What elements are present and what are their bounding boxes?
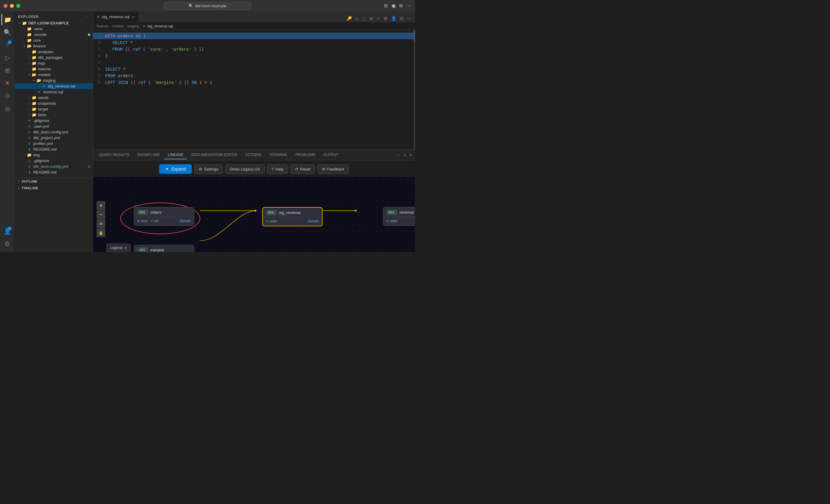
sidebar-item-revenue[interactable]: ✕ revenue.sql: [14, 89, 93, 95]
sidebar-item-root[interactable]: ▾ 📁 DBT-LOOM-EXAMPLE: [14, 20, 93, 26]
preview-icon[interactable]: △: [361, 15, 367, 22]
line-content-1: WITH orders AS (: [105, 33, 415, 39]
sidebar-item-staging[interactable]: ▾ 📂 staging: [14, 77, 93, 83]
feedback-button[interactable]: ✉ Feedback: [317, 165, 349, 174]
sidebar-item-core[interactable]: › 📁 core: [14, 37, 93, 43]
node-stg-revenue[interactable]: MDL stg_revenue ⊙ table Details: [262, 207, 323, 226]
activity-source-control[interactable]: ⑂ 2: [1, 39, 13, 51]
tab-documentation-editor[interactable]: DOCUMENTATION EDITOR: [188, 151, 241, 159]
collapse-panel-icon[interactable]: ∧: [403, 152, 407, 158]
node-orders-details[interactable]: Details: [180, 219, 191, 223]
activity-accounts[interactable]: 👤 1: [1, 226, 13, 237]
sidebar-item-snapshots[interactable]: › 📁 snapshots: [14, 101, 93, 106]
activity-settings[interactable]: ⚙: [1, 238, 13, 249]
node-margins[interactable]: SEG margins ⊙ seed Details: [134, 245, 194, 252]
sidebar-item-analyses[interactable]: › 📁 analyses: [14, 49, 93, 55]
sidebar-item-readme2[interactable]: ℹ README.md: [14, 169, 93, 175]
zoom-in-button[interactable]: +: [97, 201, 105, 210]
expand-button[interactable]: ✦ Expand: [159, 164, 191, 174]
editor-scrollbar[interactable]: [414, 30, 415, 149]
layout-icon[interactable]: ⊟: [383, 2, 388, 9]
sidebar-item-stg-revenue[interactable]: ✕ stg_revenue.sql: [14, 83, 93, 89]
sidebar-item-dbt-loom-config2[interactable]: ≡ dbt_loom.config.yml U: [14, 164, 93, 169]
help-button[interactable]: ? Help: [267, 165, 288, 174]
sidebar-item-profiles[interactable]: ≡ profiles.yml: [14, 141, 93, 146]
ext-icon: ↗: [150, 219, 153, 223]
split-editor-icon[interactable]: ⊟: [399, 15, 405, 22]
sidebar-item-logs[interactable]: › 📁 logs: [14, 60, 93, 66]
sidebar-more-icon[interactable]: ⋯: [86, 14, 89, 19]
settings-button[interactable]: ⚙ Settings: [194, 165, 223, 174]
search-icon: 🔍: [189, 4, 193, 8]
yml-file-icon: ≡: [27, 130, 32, 134]
show-legacy-ux-button[interactable]: Show Legacy UX: [225, 165, 264, 174]
activity-dbt[interactable]: ✕: [1, 77, 13, 89]
sidebar-item-target[interactable]: › 📁 target: [14, 106, 93, 112]
tab-lineage[interactable]: LINEAGE: [164, 151, 187, 159]
reset-button[interactable]: ↺ Reset: [291, 165, 315, 174]
activity-github[interactable]: ⊙: [1, 90, 13, 101]
sidebar-item-dbt-packages[interactable]: › 📁 dbt_packages: [14, 55, 93, 60]
zoom-out-button[interactable]: −: [97, 210, 105, 219]
run-file-icon[interactable]: 🔑: [346, 15, 353, 22]
node-stg-revenue-details[interactable]: Details: [308, 219, 319, 223]
activity-extensions[interactable]: ⊞: [1, 65, 13, 76]
sidebar-item-gitignore1[interactable]: ≡ .gitignore: [14, 118, 93, 124]
tab-output[interactable]: OUTPUT: [320, 151, 342, 159]
node-revenue[interactable]: MDL revenue ⊙ table Details: [383, 207, 415, 226]
global-search[interactable]: 🔍 dbt-loom-example: [164, 2, 251, 10]
zoom-lock-button[interactable]: 🔒: [97, 229, 105, 237]
breadcrumb-models[interactable]: models: [112, 24, 124, 28]
zoom-fit-button[interactable]: ⊞: [97, 220, 105, 228]
chevron-right-icon: ›: [22, 33, 27, 36]
sidebar-item-seeds[interactable]: › 📁 seeds: [14, 95, 93, 101]
sidebar-item-img[interactable]: › 📁 img: [14, 152, 93, 158]
chevron-right-icon: ›: [27, 102, 31, 105]
minimize-button[interactable]: [10, 4, 14, 8]
sidebar-item-user-yml[interactable]: ≡ .user.yml: [14, 124, 93, 129]
breadcrumb-staging[interactable]: staging: [127, 24, 139, 28]
tab-query-results[interactable]: QUERY RESULTS: [95, 151, 133, 159]
panel-icon[interactable]: ▣: [391, 2, 396, 9]
node-revenue-body: ⊙ table Details: [383, 217, 415, 226]
grid-icon[interactable]: ⊞: [383, 15, 389, 22]
split-icon[interactable]: ⧉: [399, 2, 403, 9]
activity-run[interactable]: ▷: [1, 52, 13, 63]
tab-problems[interactable]: PROBLEMS: [292, 151, 319, 159]
format-icon[interactable]: ⊕: [368, 15, 374, 22]
check-icon[interactable]: ✓: [376, 15, 381, 22]
person-icon[interactable]: 👤: [390, 15, 397, 22]
activity-search[interactable]: 🔍: [1, 27, 13, 38]
legend-bar[interactable]: Legend ∧: [106, 243, 131, 252]
tab-stg-revenue[interactable]: ✕ stg_revenue.sql ×: [93, 11, 139, 22]
outline-section[interactable]: › OUTLINE: [14, 178, 93, 184]
more-panel-icon[interactable]: ⋯: [396, 152, 401, 158]
sidebar-item-models[interactable]: ▾ 📂 models: [14, 72, 93, 77]
sidebar-item-readme1[interactable]: ℹ README.md: [14, 146, 93, 152]
more-icon[interactable]: ⋯: [406, 2, 411, 9]
more-actions-icon[interactable]: ⋯: [406, 15, 413, 22]
code-editor[interactable]: 1 WITH orders AS ( 2 SELECT * 3: [93, 30, 415, 149]
sidebar-item-macros[interactable]: › 📁 macros: [14, 66, 93, 72]
sidebar-item-tests[interactable]: › 📁 tests: [14, 112, 93, 118]
close-panel-icon[interactable]: ×: [409, 152, 413, 158]
close-button[interactable]: [4, 4, 7, 8]
sidebar-item-dbt-loom-config[interactable]: ≡ dbt_loom.config.yml: [14, 129, 93, 135]
maximize-button[interactable]: [16, 4, 20, 8]
sidebar-item-vscode[interactable]: › 📁 .vscode: [14, 32, 93, 37]
activity-plugin[interactable]: ◎: [1, 103, 13, 114]
tab-actions[interactable]: ACTIONS: [242, 151, 265, 159]
run-button[interactable]: ▷: [354, 15, 360, 22]
node-orders[interactable]: MDL orders ⊕ view ↗ ext: [134, 207, 194, 226]
sidebar-item-dbt-project[interactable]: ≡ dbt_project.yml: [14, 135, 93, 141]
tab-close-button[interactable]: ×: [131, 14, 135, 20]
sidebar-item-finance[interactable]: ▾ 📂 finance: [14, 43, 93, 49]
tab-terminal[interactable]: TERMINAL: [265, 151, 291, 159]
sidebar-item-venv[interactable]: › 📁 .venv: [14, 26, 93, 32]
activity-explorer[interactable]: 📁: [1, 14, 13, 25]
sidebar-item-gitignore2[interactable]: ◇ .gitignore: [14, 158, 93, 164]
tab-snowflake[interactable]: SNOWFLAKE: [133, 151, 163, 159]
breadcrumb-finance[interactable]: finance: [97, 24, 108, 28]
view-label: view: [141, 219, 148, 223]
timeline-section[interactable]: › TIMELINE: [14, 184, 93, 191]
